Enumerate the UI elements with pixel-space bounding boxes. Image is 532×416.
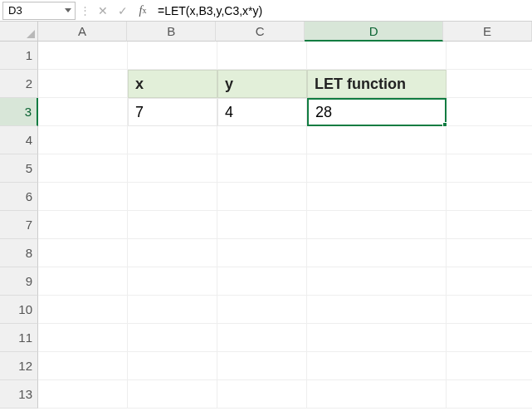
cell-B10[interactable] [128, 296, 217, 324]
cell-D1[interactable] [307, 42, 447, 70]
cell-E5[interactable] [447, 154, 532, 183]
cell-D8[interactable] [307, 239, 447, 267]
cell-A8[interactable] [38, 239, 128, 267]
fx-icon[interactable]: fx [134, 2, 151, 20]
cell-C3[interactable]: 4 [217, 98, 307, 126]
cell-D11[interactable] [307, 324, 447, 352]
row-header-13[interactable]: 13 [0, 380, 38, 409]
formula-input[interactable] [154, 2, 530, 20]
chevron-down-icon [65, 8, 71, 12]
cell-A5[interactable] [38, 154, 128, 183]
cell-C12[interactable] [217, 352, 307, 380]
cell-B11[interactable] [128, 324, 217, 352]
cell-A6[interactable] [38, 183, 128, 211]
cell-B8[interactable] [128, 239, 217, 267]
cell-B4[interactable] [128, 126, 217, 154]
cell-C7[interactable] [217, 211, 307, 239]
row-header-4[interactable]: 4 [0, 126, 38, 154]
name-box-value: D3 [8, 4, 22, 17]
cell-D5[interactable] [307, 154, 447, 183]
cell-B5[interactable] [128, 154, 217, 183]
column-header-D[interactable]: D [305, 22, 443, 42]
cell-E12[interactable] [447, 352, 532, 380]
row-header-1[interactable]: 1 [0, 42, 38, 70]
cell-A11[interactable] [38, 324, 128, 352]
cell-A1[interactable] [38, 42, 128, 70]
cell-A10[interactable] [38, 296, 128, 324]
cell-C6[interactable] [217, 183, 307, 211]
column-headers: ABCDE [38, 22, 532, 42]
cell-B13[interactable] [128, 380, 217, 409]
row-header-7[interactable]: 7 [0, 211, 38, 239]
cell-E1[interactable] [447, 42, 532, 70]
cell-D6[interactable] [307, 183, 447, 211]
fill-handle[interactable] [442, 122, 447, 127]
cell-E2[interactable] [447, 70, 532, 98]
cell-B9[interactable] [128, 267, 217, 296]
cell-A7[interactable] [38, 211, 128, 239]
row-header-12[interactable]: 12 [0, 352, 38, 380]
name-box[interactable]: D3 [2, 2, 76, 20]
cell-B12[interactable] [128, 352, 217, 380]
cell-B3[interactable]: 7 [128, 98, 217, 126]
formula-bar: D3 ⋮ ✕ ✓ fx [0, 0, 532, 22]
check-icon[interactable]: ✓ [115, 2, 131, 20]
cell-C4[interactable] [217, 126, 307, 154]
cell-A13[interactable] [38, 380, 128, 409]
row-header-9[interactable]: 9 [0, 267, 38, 296]
cell-D3[interactable]: 28 [307, 98, 447, 126]
cell-E3[interactable] [447, 98, 532, 126]
cell-B6[interactable] [128, 183, 217, 211]
cell-D10[interactable] [307, 296, 447, 324]
cell-E10[interactable] [447, 296, 532, 324]
row-header-11[interactable]: 11 [0, 324, 38, 352]
row-header-3[interactable]: 3 [0, 98, 38, 126]
cell-D12[interactable] [307, 352, 447, 380]
cell-E6[interactable] [447, 183, 532, 211]
cell-B2[interactable]: x [128, 70, 217, 98]
cell-E7[interactable] [447, 211, 532, 239]
cell-D4[interactable] [307, 126, 447, 154]
cell-A12[interactable] [38, 352, 128, 380]
cells-area[interactable]: xyLET function7428 [38, 42, 532, 416]
cell-C8[interactable] [217, 239, 307, 267]
row-headers: 12345678910111213 [0, 42, 38, 409]
row-header-10[interactable]: 10 [0, 296, 38, 324]
cell-D2[interactable]: LET function [307, 70, 447, 98]
separator: ⋮ [79, 4, 91, 17]
row-header-6[interactable]: 6 [0, 183, 38, 211]
cell-E4[interactable] [447, 126, 532, 154]
cell-C1[interactable] [217, 42, 307, 70]
cell-E11[interactable] [447, 324, 532, 352]
cell-D13[interactable] [307, 380, 447, 409]
cancel-icon[interactable]: ✕ [95, 2, 111, 20]
row-header-2[interactable]: 2 [0, 70, 38, 98]
cell-A3[interactable] [38, 98, 128, 126]
cell-C11[interactable] [217, 324, 307, 352]
cell-D7[interactable] [307, 211, 447, 239]
cell-E8[interactable] [447, 239, 532, 267]
cell-C10[interactable] [217, 296, 307, 324]
cell-B1[interactable] [128, 42, 217, 70]
cell-B7[interactable] [128, 211, 217, 239]
cell-C2[interactable]: y [217, 70, 307, 98]
cell-A4[interactable] [38, 126, 128, 154]
cell-A9[interactable] [38, 267, 128, 296]
column-header-E[interactable]: E [443, 22, 532, 42]
column-header-B[interactable]: B [127, 22, 216, 42]
select-all-corner[interactable] [0, 22, 38, 42]
cell-C5[interactable] [217, 154, 307, 183]
cell-E13[interactable] [447, 380, 532, 409]
cell-E9[interactable] [447, 267, 532, 296]
column-header-A[interactable]: A [38, 22, 127, 42]
row-header-8[interactable]: 8 [0, 239, 38, 267]
cell-D9[interactable] [307, 267, 447, 296]
row-header-5[interactable]: 5 [0, 154, 38, 183]
spreadsheet-grid: 12345678910111213 ABCDE xyLET function74… [0, 22, 532, 416]
cell-C9[interactable] [217, 267, 307, 296]
cell-A2[interactable] [38, 70, 128, 98]
cell-C13[interactable] [217, 380, 307, 409]
column-header-C[interactable]: C [216, 22, 305, 42]
